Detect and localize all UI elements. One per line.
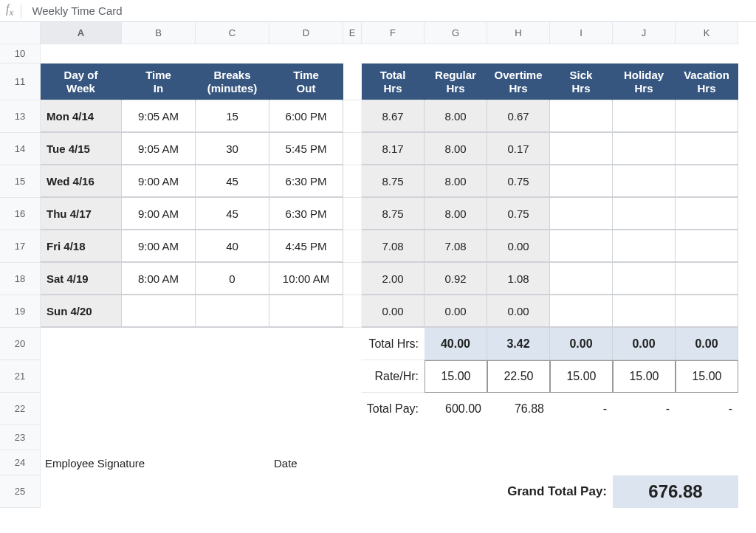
overtime-hrs-cell[interactable]: 0.75 (487, 165, 550, 198)
row-header[interactable]: 22 (0, 393, 41, 425)
vacation-hrs-cell[interactable] (676, 100, 738, 133)
sick-hrs-cell[interactable] (550, 133, 613, 165)
cell-gap[interactable] (343, 133, 362, 165)
time-in-cell[interactable]: 9:05 AM (122, 100, 196, 133)
formula-input[interactable] (30, 4, 252, 18)
overtime-hrs-cell[interactable]: 1.08 (487, 263, 550, 295)
regular-hrs-cell[interactable]: 0.92 (425, 263, 487, 295)
breaks-cell[interactable]: 40 (196, 230, 269, 263)
cell-blank[interactable] (41, 393, 343, 425)
overtime-hrs-cell[interactable]: 0.17 (487, 133, 550, 165)
breaks-cell[interactable]: 45 (196, 198, 269, 230)
time-out-cell[interactable]: 10:00 AM (269, 263, 343, 295)
row-header[interactable]: 16 (0, 198, 41, 230)
day-cell[interactable]: Sun 4/20 (41, 295, 122, 328)
time-out-cell[interactable]: 6:30 PM (269, 165, 343, 198)
cell-blank[interactable] (41, 475, 425, 508)
time-in-cell[interactable]: 9:00 AM (122, 230, 196, 263)
sick-hrs-cell[interactable] (550, 295, 613, 328)
col-header-J[interactable]: J (613, 22, 676, 44)
pay-regular[interactable]: 600.00 (425, 393, 487, 425)
cell-gap[interactable] (343, 393, 362, 425)
holiday-hrs-cell[interactable] (613, 133, 676, 165)
holiday-hrs-cell[interactable] (613, 230, 676, 263)
col-header-A[interactable]: A (41, 22, 122, 44)
total-sick-hrs[interactable]: 0.00 (550, 328, 613, 360)
holiday-hrs-cell[interactable] (613, 263, 676, 295)
cell-gap[interactable] (343, 328, 362, 360)
day-cell[interactable]: Thu 4/17 (41, 198, 122, 230)
day-cell[interactable]: Tue 4/15 (41, 133, 122, 165)
time-in-cell[interactable] (122, 295, 196, 328)
cell-gap[interactable] (343, 198, 362, 230)
day-cell[interactable]: Mon 4/14 (41, 100, 122, 133)
time-out-cell[interactable] (269, 295, 343, 328)
row-header[interactable]: 11 (0, 63, 41, 100)
total-hrs-cell[interactable]: 7.08 (362, 230, 425, 263)
cell-blank[interactable] (41, 44, 738, 63)
total-hrs-cell[interactable]: 8.67 (362, 100, 425, 133)
col-header-H[interactable]: H (487, 22, 550, 44)
col-header-G[interactable]: G (425, 22, 487, 44)
day-cell[interactable]: Wed 4/16 (41, 165, 122, 198)
breaks-cell[interactable] (196, 295, 269, 328)
total-hrs-cell[interactable]: 8.17 (362, 133, 425, 165)
rate-regular[interactable]: 15.00 (425, 360, 487, 393)
cell-blank[interactable] (41, 328, 343, 360)
col-header-K[interactable]: K (676, 22, 738, 44)
total-hrs-cell[interactable]: 8.75 (362, 198, 425, 230)
sick-hrs-cell[interactable] (550, 263, 613, 295)
day-cell[interactable]: Fri 4/18 (41, 230, 122, 263)
corner-cell[interactable] (0, 22, 41, 44)
time-out-cell[interactable]: 4:45 PM (269, 230, 343, 263)
holiday-hrs-cell[interactable] (613, 100, 676, 133)
total-hrs-cell[interactable]: 0.00 (362, 295, 425, 328)
time-in-cell[interactable]: 9:00 AM (122, 165, 196, 198)
grid[interactable]: A B C D E F G H I J K 10 11 Day of Week … (0, 22, 756, 508)
cell-gap[interactable] (343, 360, 362, 393)
pay-overtime[interactable]: 76.88 (487, 393, 550, 425)
holiday-hrs-cell[interactable] (613, 165, 676, 198)
row-header[interactable]: 10 (0, 44, 41, 63)
vacation-hrs-cell[interactable] (676, 230, 738, 263)
cell-gap[interactable] (343, 230, 362, 263)
rate-overtime[interactable]: 22.50 (487, 360, 550, 393)
time-in-cell[interactable]: 9:00 AM (122, 198, 196, 230)
time-in-cell[interactable]: 8:00 AM (122, 263, 196, 295)
row-header[interactable]: 23 (0, 425, 41, 450)
col-header-F[interactable]: F (362, 22, 425, 44)
total-holiday-hrs[interactable]: 0.00 (613, 328, 676, 360)
sick-hrs-cell[interactable] (550, 198, 613, 230)
col-header-D[interactable]: D (269, 22, 343, 44)
vacation-hrs-cell[interactable] (676, 263, 738, 295)
cell-blank[interactable] (41, 360, 343, 393)
breaks-cell[interactable]: 15 (196, 100, 269, 133)
total-hrs-cell[interactable]: 2.00 (362, 263, 425, 295)
row-header[interactable]: 15 (0, 165, 41, 198)
sick-hrs-cell[interactable] (550, 230, 613, 263)
total-overtime-hrs[interactable]: 3.42 (487, 328, 550, 360)
pay-vacation[interactable]: - (676, 393, 738, 425)
overtime-hrs-cell[interactable]: 0.75 (487, 198, 550, 230)
row-header[interactable]: 13 (0, 100, 41, 133)
cell-gap[interactable] (343, 63, 362, 100)
overtime-hrs-cell[interactable]: 0.00 (487, 230, 550, 263)
cell-gap[interactable] (343, 295, 362, 328)
cell-gap[interactable] (343, 100, 362, 133)
time-in-cell[interactable]: 9:05 AM (122, 133, 196, 165)
col-header-C[interactable]: C (196, 22, 269, 44)
breaks-cell[interactable]: 45 (196, 165, 269, 198)
row-header[interactable]: 25 (0, 475, 41, 508)
sick-hrs-cell[interactable] (550, 165, 613, 198)
cell-blank[interactable] (41, 425, 738, 450)
vacation-hrs-cell[interactable] (676, 295, 738, 328)
row-header[interactable]: 19 (0, 295, 41, 328)
day-cell[interactable]: Sat 4/19 (41, 263, 122, 295)
row-header[interactable]: 20 (0, 328, 41, 360)
rate-holiday[interactable]: 15.00 (613, 360, 676, 393)
time-out-cell[interactable]: 6:00 PM (269, 100, 343, 133)
time-out-cell[interactable]: 5:45 PM (269, 133, 343, 165)
regular-hrs-cell[interactable]: 7.08 (425, 230, 487, 263)
col-header-I[interactable]: I (550, 22, 613, 44)
cell-gap[interactable] (343, 165, 362, 198)
